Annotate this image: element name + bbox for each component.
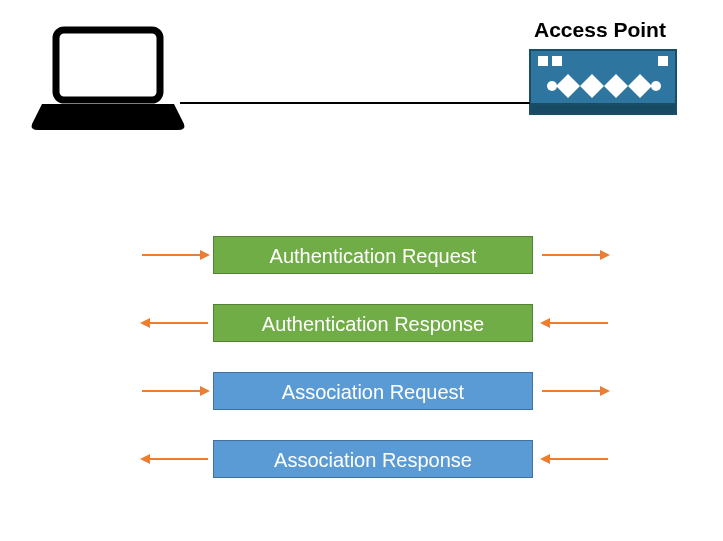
- svg-marker-15: [540, 318, 550, 328]
- svg-marker-17: [200, 386, 210, 396]
- arrow-left-2-right: [540, 313, 610, 333]
- arrow-left-2-left: [140, 313, 210, 333]
- svg-rect-3: [538, 56, 548, 66]
- arrow-left-4-right: [540, 449, 610, 469]
- arrow-right-3-right: [540, 381, 610, 401]
- svg-marker-23: [540, 454, 550, 464]
- svg-rect-1: [530, 50, 676, 104]
- svg-marker-13: [140, 318, 150, 328]
- arrow-right-1-right: [540, 245, 610, 265]
- assoc-response-box: Association Response: [213, 440, 533, 478]
- assoc-request-box: Association Request: [213, 372, 533, 410]
- svg-marker-19: [600, 386, 610, 396]
- svg-marker-21: [140, 454, 150, 464]
- connection-line: [180, 102, 530, 104]
- laptop-icon: [28, 24, 188, 134]
- svg-marker-11: [600, 250, 610, 260]
- access-point-label: Access Point: [534, 18, 666, 42]
- svg-rect-0: [56, 30, 160, 100]
- arrow-right-1-left: [140, 245, 210, 265]
- arrow-right-3-left: [140, 381, 210, 401]
- svg-point-7: [651, 81, 661, 91]
- arrow-left-4-left: [140, 449, 210, 469]
- auth-response-box: Authentication Response: [213, 304, 533, 342]
- auth-request-box: Authentication Request: [213, 236, 533, 274]
- svg-rect-5: [658, 56, 668, 66]
- svg-rect-2: [530, 104, 676, 114]
- svg-rect-4: [552, 56, 562, 66]
- svg-marker-9: [200, 250, 210, 260]
- access-point-icon: [528, 48, 678, 118]
- svg-point-6: [547, 81, 557, 91]
